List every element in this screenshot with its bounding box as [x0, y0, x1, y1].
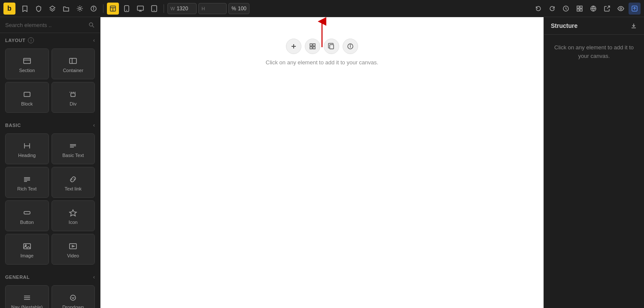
svg-point-22 [89, 23, 93, 26]
search-input[interactable] [5, 22, 85, 28]
svg-rect-17 [577, 9, 579, 11]
element-container[interactable]: Container [52, 48, 95, 79]
height-label: H [201, 6, 205, 11]
undo-icon[interactable] [532, 3, 544, 15]
canvas-inner: Click on any element to add it to your c… [100, 17, 544, 308]
layout-icon[interactable] [107, 3, 119, 15]
video-icon [69, 242, 77, 251]
structure-header: Structure [544, 17, 644, 35]
search-bar[interactable] [0, 17, 100, 33]
topbar: b W H % 100 [0, 0, 644, 17]
svg-rect-7 [125, 6, 129, 12]
text-link-icon [69, 175, 77, 184]
width-field[interactable]: W [167, 3, 197, 14]
eye-icon[interactable] [615, 3, 627, 15]
element-basic-text[interactable]: Basic Text [52, 133, 95, 164]
block-label: Block [21, 101, 33, 106]
width-input[interactable] [176, 6, 194, 12]
block-icon [23, 90, 31, 99]
svg-marker-46 [72, 245, 74, 247]
layout-chevron-icon[interactable]: ‹ [93, 37, 95, 43]
layout-section-header: LAYOUT i ‹ [0, 33, 100, 47]
dropdown-icon [69, 293, 77, 302]
element-rich-text[interactable]: Rich Text [5, 167, 49, 198]
element-dropdown[interactable]: Dropdown [52, 285, 95, 308]
brand-logo[interactable]: b [3, 3, 15, 15]
div-icon [69, 90, 77, 99]
download-icon[interactable] [630, 22, 637, 29]
percent-label: % [231, 6, 236, 12]
svg-rect-55 [310, 44, 312, 46]
structure-title: Structure [551, 22, 577, 29]
rich-text-label: Rich Text [17, 186, 36, 191]
element-text-link[interactable]: Text link [52, 167, 95, 198]
svg-rect-12 [152, 6, 157, 12]
general-elements-grid: Nav (Nestable) Dropdown [0, 284, 100, 308]
zoom-field[interactable]: % 100 [228, 3, 249, 14]
grid-button[interactable] [305, 39, 320, 54]
shield-icon[interactable] [33, 3, 45, 15]
general-chevron-icon[interactable]: ‹ [93, 274, 95, 280]
canvas-area[interactable]: Click on any element to add it to your c… [100, 17, 544, 308]
nav-icon [23, 293, 31, 302]
image-icon [23, 242, 31, 251]
element-image[interactable]: Image [5, 234, 49, 265]
info-button[interactable] [343, 39, 358, 54]
right-sidebar: Structure Click on any element to add it… [544, 17, 644, 308]
copy-button[interactable] [324, 39, 339, 54]
svg-point-50 [70, 295, 76, 300]
mobile-icon[interactable] [121, 3, 133, 15]
basic-chevron-icon[interactable]: ‹ [93, 122, 95, 128]
element-video[interactable]: Video [52, 234, 95, 265]
svg-rect-26 [70, 58, 76, 63]
folder-icon[interactable] [60, 3, 72, 15]
publish-icon[interactable] [629, 3, 641, 15]
redo-icon[interactable] [546, 3, 558, 15]
structure-empty-hint: Click on any element to add it to your c… [554, 44, 634, 59]
svg-rect-29 [71, 93, 75, 97]
external-link-icon[interactable] [601, 3, 613, 15]
svg-point-0 [79, 7, 81, 9]
element-heading[interactable]: Heading [5, 133, 49, 164]
element-nav[interactable]: Nav (Nestable) [5, 285, 49, 308]
basic-section-header: BASIC ‹ [0, 118, 100, 132]
height-input[interactable] [207, 6, 224, 12]
section-icon [23, 57, 31, 65]
svg-line-23 [92, 26, 94, 27]
bookmark-icon[interactable] [19, 3, 31, 15]
main-layout: LAYOUT i ‹ Section Container [0, 17, 644, 308]
history-icon[interactable] [560, 3, 572, 15]
desktop-icon[interactable] [134, 3, 146, 15]
tablet-icon[interactable] [148, 3, 160, 15]
heading-label: Heading [18, 153, 36, 158]
canvas-toolbar [286, 39, 358, 54]
left-sidebar: LAYOUT i ‹ Section Container [0, 17, 100, 308]
layers-icon[interactable] [46, 3, 58, 15]
element-block[interactable]: Block [5, 82, 49, 113]
element-icon[interactable]: Icon [52, 200, 95, 231]
dropdown-label: Dropdown [62, 305, 84, 308]
add-element-button[interactable] [286, 39, 301, 54]
element-section[interactable]: Section [5, 48, 49, 79]
element-button[interactable]: Button [5, 200, 49, 231]
svg-point-62 [350, 45, 351, 45]
svg-rect-28 [24, 92, 30, 97]
height-field[interactable]: H [198, 3, 227, 14]
svg-marker-42 [70, 210, 76, 216]
canvas-hint-text: Click on any element to add it to your c… [266, 59, 378, 66]
info-icon[interactable] [88, 3, 100, 15]
icon-tile-icon [69, 208, 77, 217]
layout-info-icon[interactable]: i [28, 37, 34, 43]
element-div[interactable]: Div [52, 82, 95, 113]
div-label: Div [70, 101, 76, 106]
container-icon [69, 57, 77, 65]
wordpress-icon[interactable] [587, 3, 599, 15]
basic-text-icon [69, 142, 77, 150]
blocks-icon[interactable] [574, 3, 586, 15]
structure-body: Click on any element to add it to your c… [544, 35, 644, 69]
settings-icon[interactable] [74, 3, 86, 15]
video-label: Video [67, 253, 79, 258]
svg-rect-16 [580, 6, 582, 8]
svg-rect-18 [580, 9, 582, 11]
separator-1 [103, 4, 103, 13]
